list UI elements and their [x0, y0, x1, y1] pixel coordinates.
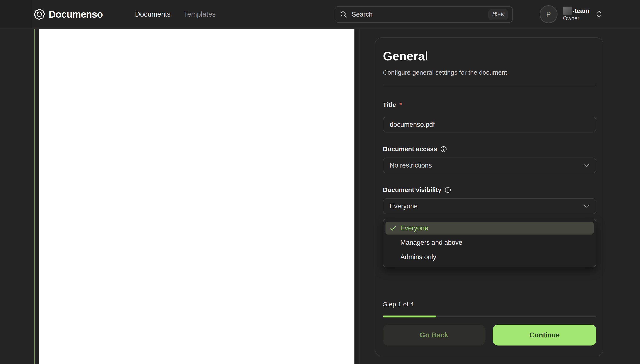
- search-icon: [340, 11, 348, 18]
- required-asterisk: *: [399, 101, 402, 108]
- step-progress-track: [383, 316, 596, 318]
- document-visibility-label: Document visibility: [383, 186, 451, 194]
- document-access-value: No restrictions: [390, 162, 432, 169]
- dropdown-option-managers[interactable]: Managers and above: [386, 236, 594, 249]
- search-shortcut-badge: ⌘+K: [488, 9, 508, 20]
- content-vertical-divider: [359, 29, 360, 364]
- document-access-label: Document access: [383, 146, 447, 153]
- chevron-down-icon: [583, 204, 590, 208]
- document-access-select[interactable]: No restrictions: [383, 158, 596, 173]
- continue-button[interactable]: Continue: [493, 325, 596, 346]
- visibility-dropdown-menu: Everyone Managers and above Admins only: [383, 219, 596, 267]
- document-accent-line: [34, 29, 35, 364]
- documenso-logo[interactable]: Documenso: [34, 0, 103, 28]
- chevron-up-down-icon: [596, 10, 602, 18]
- card-subtitle: Configure general settings for the docum…: [383, 69, 509, 76]
- top-navbar: Documenso Documents Templates ⌘+K P -tea…: [0, 0, 640, 29]
- title-field-label: Title *: [383, 101, 402, 108]
- document-visibility-label-text: Document visibility: [383, 186, 442, 194]
- document-visibility-select[interactable]: Everyone: [383, 198, 596, 214]
- team-account-menu[interactable]: P -team Owner: [540, 5, 602, 23]
- dropdown-option-label: Everyone: [400, 224, 428, 232]
- search-input[interactable]: [352, 11, 484, 18]
- documenso-logo-icon: [34, 8, 45, 20]
- step-progress-fill: [383, 316, 436, 318]
- document-access-label-text: Document access: [383, 146, 437, 153]
- card-title: General: [383, 49, 428, 63]
- go-back-button[interactable]: Go Back: [383, 325, 485, 346]
- global-search[interactable]: ⌘+K: [335, 6, 513, 23]
- dropdown-option-admins[interactable]: Admins only: [386, 251, 594, 264]
- info-icon[interactable]: [445, 187, 451, 193]
- dropdown-option-label: Managers and above: [400, 239, 462, 246]
- nav-item-templates[interactable]: Templates: [184, 10, 216, 18]
- team-name: -team: [563, 7, 590, 15]
- account-role: Owner: [563, 15, 590, 22]
- dropdown-option-everyone[interactable]: Everyone: [386, 222, 594, 234]
- check-icon: [390, 225, 396, 232]
- step-indicator: Step 1 of 4: [383, 301, 414, 308]
- nav-item-documents[interactable]: Documents: [135, 10, 170, 18]
- redacted-team-name: [563, 7, 572, 15]
- main-nav: Documents Templates: [135, 0, 216, 28]
- document-page-preview: [39, 29, 354, 364]
- info-icon[interactable]: [440, 146, 447, 152]
- logo-wordmark: Documenso: [49, 8, 103, 20]
- general-settings-card: General Configure general settings for t…: [375, 38, 604, 356]
- account-text: -team Owner: [563, 7, 590, 22]
- title-label-text: Title: [383, 101, 396, 108]
- document-visibility-value: Everyone: [390, 202, 418, 210]
- team-name-suffix: -team: [572, 7, 590, 15]
- card-divider: [383, 85, 596, 85]
- navbar-left-shade: [0, 0, 32, 28]
- dropdown-option-label: Admins only: [400, 253, 436, 261]
- chevron-down-icon: [583, 164, 590, 167]
- title-input-wrapper: [383, 117, 596, 132]
- avatar[interactable]: P: [540, 5, 558, 23]
- title-input[interactable]: [390, 121, 590, 128]
